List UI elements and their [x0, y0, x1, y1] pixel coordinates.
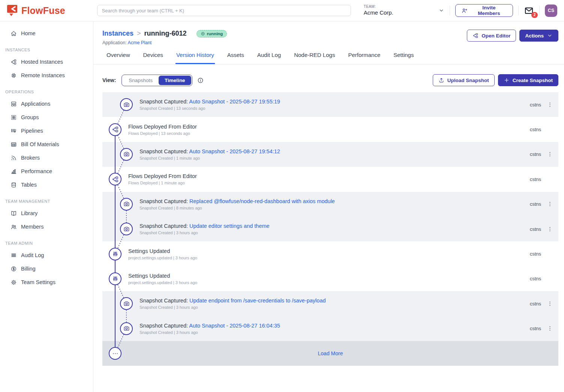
- brand-name: FlowFuse: [21, 5, 65, 16]
- timeline-row: Flows Deployed From EditorFlows Deployed…: [102, 167, 558, 192]
- row-menu-button[interactable]: [541, 102, 558, 108]
- row-meta: Snapshot Created | 3 hours ago: [140, 330, 280, 335]
- view-toggle: SnapshotsTimeline: [122, 75, 192, 86]
- camera-icon: [120, 297, 133, 310]
- row-menu-button[interactable]: [541, 151, 558, 157]
- row-meta: Flows Deployed | 1 minute ago: [128, 181, 197, 185]
- kebab-icon: [547, 102, 553, 108]
- sidebar-item-home[interactable]: Home: [0, 27, 93, 40]
- snapshot-link[interactable]: Update editor settings and theme: [189, 223, 270, 229]
- brokers-icon: [10, 155, 17, 161]
- tab-settings[interactable]: Settings: [393, 51, 414, 64]
- sidebar-item-billing[interactable]: Billing: [0, 262, 93, 275]
- flowfuse-logo[interactable]: FlowFuse: [0, 4, 93, 17]
- home-icon: [10, 30, 17, 37]
- tab-node-red-logs[interactable]: Node-RED Logs: [293, 51, 336, 64]
- row-title: Snapshot Captured: Auto Snapshot - 2025-…: [140, 323, 280, 329]
- main-content: Instances > running-6012 running Applica…: [93, 21, 564, 392]
- snapshot-link[interactable]: Auto Snapshot - 2025-08-27 19:54:12: [189, 148, 280, 154]
- sidebar: HomeINSTANCESHosted InstancesRemote Inst…: [0, 21, 93, 392]
- view-toggle-snapshots[interactable]: Snapshots: [123, 76, 159, 85]
- row-title: Snapshot Captured: Auto Snapshot - 2025-…: [140, 99, 280, 105]
- timeline-row: Settings Updatedproject.settings.updated…: [102, 241, 558, 266]
- flows-icon: [109, 123, 122, 136]
- camera-icon: [120, 322, 133, 335]
- team-selector[interactable]: TEAM: Acme Corp.: [364, 4, 445, 16]
- tab-version-history[interactable]: Version History: [176, 51, 215, 64]
- groups-icon: [10, 114, 17, 121]
- sidebar-item-tables[interactable]: Tables: [0, 178, 93, 192]
- snapshot-link[interactable]: Auto Snapshot - 2025-08-27 19:55:19: [189, 99, 280, 105]
- sidebar-item-brokers[interactable]: Brokers: [0, 151, 93, 165]
- sidebar-item-label: Remote Instances: [21, 72, 65, 78]
- snapshot-link[interactable]: Update endpoint from /save-credentials t…: [189, 298, 326, 304]
- sidebar-item-pipelines[interactable]: Pipelines: [0, 124, 93, 138]
- divider: [539, 6, 540, 15]
- sliders-icon: [109, 272, 122, 285]
- breadcrumb-instances-link[interactable]: Instances: [102, 30, 134, 37]
- sidebar-item-label: Groups: [21, 114, 39, 120]
- notifications-button[interactable]: 2: [524, 6, 534, 16]
- tab-assets[interactable]: Assets: [226, 51, 245, 64]
- chevron-down-icon: [547, 33, 553, 39]
- flows-icon: [109, 173, 122, 186]
- snapshot-link[interactable]: Replaced @flowfuse/node-red-dashboard wi…: [189, 198, 335, 204]
- snapshot-link[interactable]: Auto Snapshot - 2025-08-27 16:04:35: [189, 323, 280, 329]
- row-user: cstns: [530, 102, 541, 108]
- row-title: Settings Updated: [128, 273, 197, 279]
- actions-button[interactable]: Actions: [519, 30, 558, 42]
- timeline-row: Snapshot Captured: Auto Snapshot - 2025-…: [102, 316, 558, 341]
- camera-icon: [120, 223, 133, 235]
- timeline-row: Snapshot Captured: Update editor setting…: [102, 217, 558, 241]
- invite-members-button[interactable]: Invite Members: [455, 4, 513, 17]
- sidebar-item-audit-log[interactable]: Audit Log: [0, 248, 93, 262]
- instance-name: running-6012: [144, 30, 187, 37]
- timeline-row: Snapshot Captured: Auto Snapshot - 2025-…: [102, 92, 558, 117]
- sidebar-item-label: Billing: [21, 266, 36, 272]
- status-badge: running: [196, 30, 227, 37]
- row-menu-button[interactable]: [541, 325, 558, 332]
- row-meta: Snapshot Created | 3 hours ago: [140, 230, 270, 235]
- tab-overview[interactable]: Overview: [106, 51, 131, 64]
- load-more-link[interactable]: Load More: [102, 350, 558, 356]
- sidebar-item-bill-of-materials[interactable]: Bill Of Materials: [0, 138, 93, 151]
- title-prefix: Snapshot Captured:: [140, 99, 189, 105]
- tab-performance[interactable]: Performance: [347, 51, 381, 64]
- row-menu-button[interactable]: [541, 226, 558, 232]
- sidebar-item-groups[interactable]: Groups: [0, 111, 93, 124]
- breadcrumb: Instances > running-6012 running: [102, 30, 227, 37]
- tab-audit-log[interactable]: Audit Log: [256, 51, 282, 64]
- row-menu-button[interactable]: [541, 201, 558, 207]
- team-name: Acme Corp.: [364, 9, 393, 16]
- timeline-table: Snapshot Captured: Auto Snapshot - 2025-…: [102, 92, 558, 366]
- sidebar-item-hosted-instances[interactable]: Hosted Instances: [0, 55, 93, 69]
- search-input[interactable]: [97, 5, 351, 16]
- row-user: cstns: [530, 276, 541, 281]
- sidebar-item-remote-instances[interactable]: Remote Instances: [0, 69, 93, 82]
- row-title: Snapshot Captured: Auto Snapshot - 2025-…: [140, 148, 280, 154]
- info-icon[interactable]: [197, 77, 204, 84]
- sidebar-item-performance[interactable]: Performance: [0, 165, 93, 178]
- upload-snapshot-button[interactable]: Upload Snapshot: [433, 74, 495, 86]
- title-text: Settings Updated: [128, 248, 170, 254]
- user-avatar[interactable]: CS: [545, 4, 557, 17]
- row-title: Snapshot Captured: Update endpoint from …: [140, 298, 326, 304]
- sliders-icon: [109, 248, 122, 260]
- row-user: cstns: [530, 127, 541, 132]
- sidebar-item-applications[interactable]: Applications: [0, 97, 93, 111]
- view-toggle-timeline[interactable]: Timeline: [159, 76, 191, 85]
- open-editor-button[interactable]: Open Editor: [467, 30, 516, 42]
- title-text: Flows Deployed From Editor: [128, 173, 197, 179]
- timeline-row: Flows Deployed From EditorFlows Deployed…: [102, 117, 558, 142]
- sidebar-item-team-settings[interactable]: Team Settings: [0, 275, 93, 289]
- application-link[interactable]: Acme Plant: [128, 40, 152, 45]
- row-menu-button[interactable]: [541, 301, 558, 307]
- create-snapshot-button[interactable]: Create Snapshot: [498, 74, 558, 86]
- row-user: cstns: [530, 151, 541, 157]
- sidebar-item-members[interactable]: Members: [0, 220, 93, 233]
- sidebar-item-library[interactable]: Library: [0, 206, 93, 220]
- kebab-icon: [547, 301, 553, 307]
- chevron-down-icon: [438, 7, 444, 13]
- tab-devices[interactable]: Devices: [142, 51, 164, 64]
- sidebar-section-header: OPERATIONS: [0, 82, 93, 97]
